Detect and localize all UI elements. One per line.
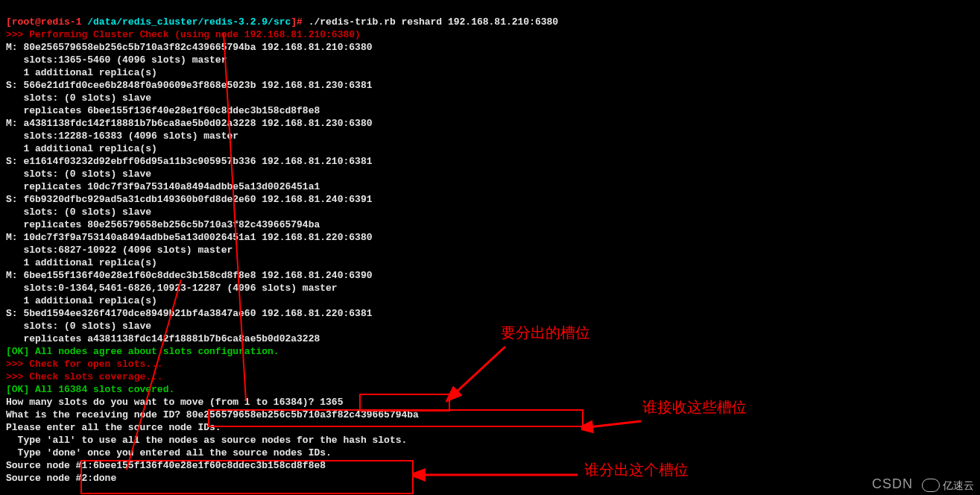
line-check2: >>> Check slots coverage...: [6, 371, 163, 382]
annotation-receiving-label: 谁接收这些槽位: [642, 401, 747, 414]
line-m4c: 1 additional replica(s): [6, 295, 157, 306]
line-m1b: slots:1365-5460 (4096 slots) master: [6, 54, 227, 66]
line-s1b: slots: (0 slots) slave: [6, 92, 151, 104]
line-m2b: slots:12288-16383 (4096 slots) master: [6, 130, 238, 142]
watermark-logo: 亿速云: [922, 479, 974, 492]
line-s2b: slots: (0 slots) slave: [6, 168, 151, 180]
line-s2a: S: e11614f03232d92ebff06d95a11b3c905957b…: [6, 156, 372, 167]
annotation-source-label: 谁分出这个槽位: [584, 464, 689, 476]
line-s2c: replicates 10dc7f3f9a753140a8494adbbe5a1…: [6, 181, 320, 192]
terminal-output[interactable]: [root@redis-1 /data/redis_cluster/redis-…: [0, 0, 980, 488]
prompt-host: redis-1: [41, 16, 82, 28]
prompt-user: root: [12, 16, 35, 28]
prompt-bracket-open: [: [6, 16, 12, 28]
line-s1a: S: 566e21d1fd0cee6b2848f0a90609e3f868e50…: [6, 80, 372, 91]
line-q2: What is the receiving node ID? 80e256579…: [6, 409, 419, 420]
line-m3a: M: 10dc7f3f9a753140a8494adbbe5a13d002645…: [6, 232, 372, 243]
cloud-icon: [922, 479, 940, 492]
line-m2c: 1 additional replica(s): [6, 143, 157, 154]
prompt-path: /data/redis_cluster/redis-3.2.9/src: [81, 16, 291, 28]
line-m2a: M: a4381138fdc142f18881b7b6ca8ae5b0d02a3…: [6, 118, 372, 129]
prompt-line: [root@redis-1 /data/redis_cluster/redis-…: [6, 16, 558, 28]
line-m3c: 1 additional replica(s): [6, 257, 157, 268]
command-text: ./redis-trib.rb reshard 192.168.81.210:6…: [309, 16, 558, 28]
line-check1: >>> Check for open slots...: [6, 359, 163, 370]
line-ok1: [OK] All nodes agree about slots configu…: [6, 346, 279, 357]
line-s4c: replicates a4381138fdc142f18881b7b6ca8ae…: [6, 333, 320, 344]
line-m4b: slots:0-1364,5461-6826,10923-12287 (4096…: [6, 283, 338, 294]
line-sn1: Source node #1:6bee155f136f40e28e1f60c8d…: [6, 460, 326, 471]
watermark-logo-text: 亿速云: [943, 479, 974, 492]
line-m4a: M: 6bee155f136f40e28e1f60c8ddec3b158cd8f…: [6, 270, 372, 281]
line-ok2: [OK] All 16384 slots covered.: [6, 384, 174, 395]
line-q1: How many slots do you want to move (from…: [6, 397, 343, 408]
annotation-slots-label: 要分出的槽位: [501, 327, 590, 339]
line-m1c: 1 additional replica(s): [6, 67, 157, 78]
line-q3: Please enter all the source node IDs.: [6, 422, 221, 433]
line-q4: Type 'all' to use all the nodes as sourc…: [6, 435, 407, 446]
line-q5: Type 'done' once you entered all the sou…: [6, 447, 332, 458]
line-m1a: M: 80e256579658eb256c5b710a3f82c43966579…: [6, 42, 372, 53]
line-s4a: S: 5bed1594ee326f4170dce8949b21bf4a3847a…: [6, 308, 372, 319]
line-s3a: S: f6b9320dfbc929ad5a31cdb149360b0fd8de2…: [6, 194, 372, 205]
watermark-csdn: CSDN: [872, 478, 913, 491]
line-s4b: slots: (0 slots) slave: [6, 321, 151, 332]
line-sn2: Source node #2:done: [6, 473, 116, 484]
prompt-at: @: [35, 16, 41, 28]
prompt-bracket-close: ]#: [291, 16, 308, 28]
line-s3b: slots: (0 slots) slave: [6, 206, 151, 218]
line-s3c: replicates 80e256579658eb256c5b710a3f82c…: [6, 219, 320, 230]
line-s1c: replicates 6bee155f136f40e28e1f60c8ddec3…: [6, 105, 320, 116]
line-performing: >>> Performing Cluster Check (using node…: [6, 29, 361, 40]
line-m3b: slots:6827-10922 (4096 slots) master: [6, 245, 233, 256]
